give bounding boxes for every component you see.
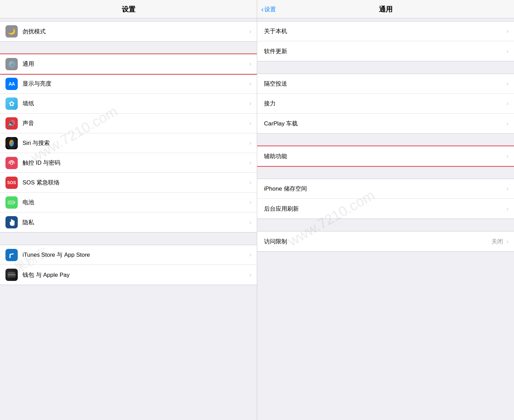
wallet-row[interactable]: 钱包 与 Apple Pay › bbox=[0, 265, 257, 285]
left-panel-title: 设置 bbox=[5, 5, 251, 14]
sounds-row[interactable]: 🔊 声音 › bbox=[0, 114, 257, 133]
svg-rect-7 bbox=[8, 251, 16, 259]
about-label: 关于本机 bbox=[264, 27, 287, 35]
wallpaper-icon: ✿ bbox=[5, 97, 18, 110]
touchid-chevron: › bbox=[249, 159, 251, 166]
sounds-chevron: › bbox=[249, 120, 251, 127]
svg-rect-9 bbox=[8, 274, 15, 275]
right-section-3: iPhone 储存空间 › 后台应用刷新 › bbox=[257, 179, 514, 219]
restrictions-chevron: › bbox=[506, 238, 509, 245]
touchid-row[interactable]: 触控 ID 与密码 › bbox=[0, 153, 257, 173]
donotdisturb-label: 勿扰模式 bbox=[23, 28, 46, 35]
handoff-label: 接力 bbox=[264, 100, 276, 107]
storage-row[interactable]: iPhone 储存空间 › bbox=[257, 179, 514, 199]
accessibility-chevron: › bbox=[506, 153, 509, 160]
siri-label: Siri 与搜索 bbox=[23, 139, 50, 147]
airdrop-label: 隔空投送 bbox=[264, 80, 287, 88]
bgrefresh-row[interactable]: 后台应用刷新 › bbox=[257, 199, 514, 219]
general-row[interactable]: ⚙️ 通用 › bbox=[0, 54, 257, 74]
battery-icon bbox=[5, 196, 18, 209]
general-chevron: › bbox=[249, 60, 251, 68]
bgrefresh-chevron: › bbox=[506, 205, 509, 212]
handoff-row[interactable]: 接力 › bbox=[257, 94, 514, 114]
wallpaper-label: 墙纸 bbox=[23, 100, 34, 107]
touchid-label: 触控 ID 与密码 bbox=[23, 159, 60, 167]
restrictions-label: 访问限制 bbox=[264, 238, 287, 245]
wallpaper-chevron: › bbox=[249, 100, 251, 107]
storage-label: iPhone 储存空间 bbox=[264, 185, 307, 193]
svg-rect-10 bbox=[9, 272, 14, 273]
display-row[interactable]: AA 显示与亮度 › bbox=[0, 74, 257, 94]
sos-label: SOS 紧急联络 bbox=[23, 179, 60, 186]
siri-row[interactable]: Siri 与搜索 › bbox=[0, 133, 257, 153]
wallet-chevron: › bbox=[249, 271, 251, 279]
itunes-label: iTunes Store 与 App Store bbox=[23, 251, 90, 259]
right-section-1: 隔空投送 › 接力 › CarPlay 车载 › bbox=[257, 74, 514, 134]
software-label: 软件更新 bbox=[264, 47, 287, 55]
back-label: 设置 bbox=[264, 5, 276, 13]
right-panel-title: 通用 bbox=[263, 5, 509, 14]
software-row[interactable]: 软件更新 › bbox=[257, 41, 514, 61]
handoff-chevron: › bbox=[506, 100, 509, 107]
about-chevron: › bbox=[506, 28, 509, 35]
right-section-2: 辅助功能 › bbox=[257, 146, 514, 166]
wallet-icon bbox=[5, 269, 18, 281]
battery-label: 电池 bbox=[23, 198, 34, 206]
left-settings-list: 🌙 勿扰模式 › ⚙️ 通用 › bbox=[0, 18, 257, 420]
battery-row[interactable]: 电池 › bbox=[0, 193, 257, 212]
display-icon: AA bbox=[5, 78, 18, 90]
touchid-icon bbox=[5, 157, 18, 169]
battery-chevron: › bbox=[249, 199, 251, 206]
itunes-icon bbox=[5, 249, 18, 261]
siri-chevron: › bbox=[249, 139, 251, 147]
sos-icon: SOS bbox=[5, 177, 18, 189]
privacy-icon bbox=[5, 216, 18, 228]
carplay-row[interactable]: CarPlay 车载 › bbox=[257, 114, 514, 133]
left-section-main: ⚙️ 通用 › AA 显示与亮度 › ✿ bbox=[0, 54, 257, 232]
privacy-row[interactable]: 隐私 › bbox=[0, 212, 257, 232]
itunes-chevron: › bbox=[249, 251, 251, 258]
left-section-donotdisturb: 🌙 勿扰模式 › bbox=[0, 21, 257, 42]
bgrefresh-label: 后台应用刷新 bbox=[264, 205, 299, 213]
display-label: 显示与亮度 bbox=[23, 80, 52, 88]
donotdisturb-row[interactable]: 🌙 勿扰模式 › bbox=[0, 21, 257, 41]
airdrop-chevron: › bbox=[506, 80, 509, 87]
back-chevron-icon: ‹ bbox=[261, 6, 264, 13]
itunes-row[interactable]: iTunes Store 与 App Store › bbox=[0, 245, 257, 265]
restrictions-value: 关闭 bbox=[491, 238, 503, 245]
airdrop-row[interactable]: 隔空投送 › bbox=[257, 74, 514, 94]
sos-chevron: › bbox=[249, 179, 251, 186]
right-section-4: 访问限制 关闭 › bbox=[257, 231, 514, 252]
software-chevron: › bbox=[506, 48, 509, 55]
sounds-label: 声音 bbox=[23, 119, 34, 127]
svg-rect-6 bbox=[9, 201, 14, 204]
right-panel-header: ‹ 设置 通用 bbox=[257, 0, 514, 18]
donotdisturb-icon: 🌙 bbox=[5, 25, 18, 38]
left-section-apps: iTunes Store 与 App Store › 钱包 与 Apple Pa… bbox=[0, 245, 257, 285]
right-panel: ‹ 设置 通用 关于本机 › 软件更新 › bbox=[257, 0, 514, 420]
privacy-chevron: › bbox=[249, 219, 251, 226]
siri-icon bbox=[5, 137, 18, 149]
display-chevron: › bbox=[249, 80, 251, 87]
accessibility-row[interactable]: 辅助功能 › bbox=[257, 146, 514, 166]
restrictions-row[interactable]: 访问限制 关闭 › bbox=[257, 231, 514, 251]
accessibility-label: 辅助功能 bbox=[264, 152, 287, 160]
sounds-icon: 🔊 bbox=[5, 117, 18, 130]
right-settings-list: 关于本机 › 软件更新 › 隔空投送 › 接 bbox=[257, 18, 514, 420]
general-icon: ⚙️ bbox=[5, 58, 18, 70]
left-panel: 设置 🌙 勿扰模式 › ⚙️ bbox=[0, 0, 257, 420]
carplay-label: CarPlay 车载 bbox=[264, 120, 298, 127]
right-section-0: 关于本机 › 软件更新 › bbox=[257, 21, 514, 61]
sos-row[interactable]: SOS SOS 紧急联络 › bbox=[0, 173, 257, 193]
wallpaper-row[interactable]: ✿ 墙纸 › bbox=[0, 94, 257, 114]
donotdisturb-chevron: › bbox=[249, 28, 251, 35]
carplay-chevron: › bbox=[506, 120, 509, 127]
general-label: 通用 bbox=[23, 60, 34, 68]
svg-point-1 bbox=[9, 140, 14, 147]
storage-chevron: › bbox=[506, 185, 509, 192]
back-button[interactable]: ‹ 设置 bbox=[261, 5, 276, 13]
left-panel-header: 设置 bbox=[0, 0, 257, 18]
svg-rect-4 bbox=[14, 201, 15, 203]
wallet-label: 钱包 与 Apple Pay bbox=[23, 271, 70, 279]
about-row[interactable]: 关于本机 › bbox=[257, 21, 514, 41]
